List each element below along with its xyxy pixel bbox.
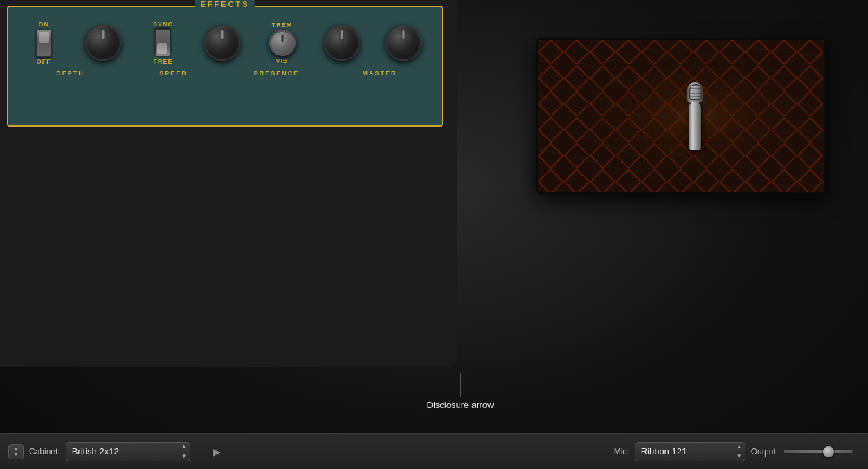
on-label: ON <box>39 21 50 28</box>
amp-head: EFFECTS ON OFF SYNC FREE <box>0 0 457 367</box>
microphone <box>689 82 703 150</box>
depth-knob-group <box>85 25 121 61</box>
depth-knob[interactable] <box>85 25 121 61</box>
output-slider-container[interactable] <box>784 450 860 453</box>
output-label: Output: <box>751 447 778 457</box>
output-slider-thumb[interactable] <box>823 446 834 457</box>
master-knob[interactable] <box>386 25 422 61</box>
free-label: FREE <box>153 58 172 65</box>
output-section: Output: <box>751 447 860 457</box>
svg-rect-39 <box>538 40 824 192</box>
cabinet-grille <box>538 40 824 192</box>
speed-knob[interactable] <box>204 25 240 61</box>
sync-free-group: SYNC FREE <box>147 21 179 65</box>
sync-label: SYNC <box>153 21 173 28</box>
cabinet-grille-svg <box>538 40 824 192</box>
trem-label: TREM <box>272 21 293 28</box>
sync-free-switch[interactable] <box>155 29 170 57</box>
mic-body <box>689 102 701 150</box>
effects-panel: EFFECTS ON OFF SYNC FREE <box>7 6 443 127</box>
arrow-up-icon: ▲ <box>14 446 19 451</box>
on-off-switch[interactable] <box>36 29 51 57</box>
mic-select[interactable]: Ribbon 121 Condenser 87 Dynamic 57 Dynam… <box>635 442 745 461</box>
presence-knob[interactable] <box>324 25 360 61</box>
play-icon: ▶ <box>213 446 221 457</box>
output-slider-track <box>784 450 853 453</box>
bottom-toolbar: ▲ ▼ Cabinet: British 2x12 British 1x12 A… <box>0 433 868 469</box>
cabinet-select-wrapper: British 2x12 British 1x12 American 4x10 … <box>66 442 190 461</box>
mic-select-wrapper: Ribbon 121 Condenser 87 Dynamic 57 Dynam… <box>635 442 745 461</box>
off-label: OFF <box>37 58 51 65</box>
cabinet-select[interactable]: British 2x12 British 1x12 American 4x10 … <box>66 442 190 461</box>
vib-label: VIB <box>276 57 289 64</box>
master-knob-group <box>386 25 422 61</box>
knobs-row: ON OFF SYNC FREE TREM VIB <box>15 10 435 68</box>
presence-knob-group <box>324 25 360 61</box>
arrow-down-icon: ▼ <box>14 452 19 457</box>
disclosure-play-button[interactable]: ▶ <box>210 444 225 459</box>
cabinet-label: Cabinet: <box>29 447 60 457</box>
mic-label: Mic: <box>614 447 629 457</box>
bottom-labels-row: DEPTH SPEED PRESENCE MASTER <box>15 70 435 77</box>
presence-bottom-label: PRESENCE <box>225 70 328 77</box>
mic-head <box>687 82 703 103</box>
speed-knob-group <box>204 25 240 61</box>
trem-vib-knob[interactable] <box>269 30 296 56</box>
trem-vib-group: TREM VIB <box>266 21 298 64</box>
speed-bottom-label: SPEED <box>122 70 225 77</box>
effects-title: EFFECTS <box>195 0 255 8</box>
speaker-cabinet <box>536 38 826 194</box>
on-off-switch-group: ON OFF <box>28 21 60 65</box>
amp-selector-arrow[interactable]: ▲ ▼ <box>8 444 24 459</box>
master-bottom-label: MASTER <box>328 70 431 77</box>
depth-bottom-label: DEPTH <box>19 70 122 77</box>
